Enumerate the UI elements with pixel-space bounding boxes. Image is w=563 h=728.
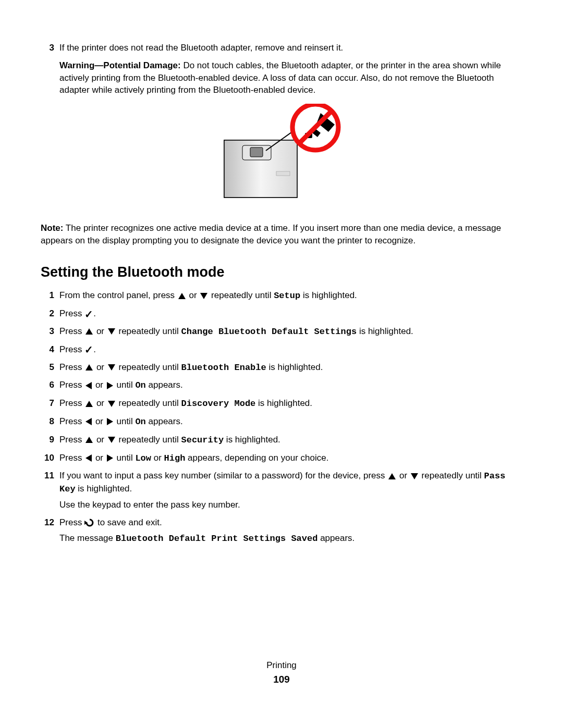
text-fragment: Press <box>59 362 84 372</box>
step-number: 5 <box>41 361 59 374</box>
down-arrow-icon <box>108 328 115 335</box>
text-fragment: is highlighted. <box>255 398 312 408</box>
down-arrow-icon <box>108 437 115 443</box>
step-11-subnote: Use the keypad to enter the pass key num… <box>59 499 522 511</box>
text-fragment: Press <box>59 309 84 318</box>
page-footer: Printing 109 <box>41 659 522 686</box>
step-number: 10 <box>41 452 59 465</box>
step-text: Press or until Low or High appears, depe… <box>59 452 522 465</box>
right-arrow-icon <box>107 382 113 389</box>
step-text: Press or until On appears. <box>59 379 522 392</box>
text-fragment: Press <box>59 416 84 426</box>
step-text: If the printer does not read the Bluetoo… <box>59 42 522 54</box>
warning-block: Warning—Potential Damage: Do not touch c… <box>59 59 522 96</box>
text-fragment: is highlighted. <box>76 484 132 493</box>
text-fragment: repeatedly until <box>419 471 484 480</box>
step-10: 10 Press or until Low or High appears, d… <box>41 452 522 465</box>
up-arrow-icon <box>85 401 93 407</box>
step-number: 7 <box>41 397 59 410</box>
note-label: Note: <box>41 223 63 233</box>
up-arrow-icon <box>85 364 93 371</box>
text-fragment: appears. <box>146 380 183 390</box>
text-fragment: Press <box>59 517 84 527</box>
step-9: 9 Press or repeatedly until Security is … <box>41 434 522 447</box>
text-fragment: is highlighted. <box>300 290 357 300</box>
back-arrow-icon <box>84 519 95 527</box>
text-fragment: or <box>93 453 106 463</box>
down-arrow-icon <box>108 364 115 371</box>
ui-value: Setup <box>274 291 300 301</box>
text-fragment: or <box>93 380 106 390</box>
down-arrow-icon <box>108 401 115 407</box>
step-2: 2 Press ✓. <box>41 307 522 320</box>
step-number: 9 <box>41 434 59 447</box>
step-12: 12 Press to save and exit. The message B… <box>41 516 522 545</box>
ui-value: Discovery Mode <box>181 399 256 409</box>
text-fragment: Press <box>59 380 84 390</box>
down-arrow-icon <box>411 473 418 479</box>
ui-value: High <box>164 453 186 463</box>
step-number: 12 <box>41 516 59 545</box>
text-fragment: . <box>93 344 96 354</box>
text-fragment: repeatedly until <box>116 362 181 372</box>
text-fragment: repeatedly until <box>209 290 274 300</box>
note-text: The printer recognizes one active media … <box>41 223 501 245</box>
step-text: Press ✓. <box>59 343 522 356</box>
step-7: 7 Press or repeatedly until Discovery Mo… <box>41 397 522 410</box>
text-fragment: or <box>93 416 106 426</box>
check-icon: ✓ <box>84 346 93 354</box>
text-fragment: is highlighted. <box>224 435 280 445</box>
footer-page-number: 109 <box>41 673 522 687</box>
text-fragment: Press <box>59 326 84 336</box>
text-fragment: or <box>94 398 107 408</box>
text-fragment: until <box>114 380 136 390</box>
text-fragment: until <box>114 453 136 463</box>
up-arrow-icon <box>85 328 93 335</box>
step-number: 1 <box>41 289 59 302</box>
step-number: 3 <box>41 42 59 54</box>
step-6: 6 Press or until On appears. <box>41 379 522 392</box>
step-number: 6 <box>41 379 59 392</box>
step-text: Press ✓. <box>59 307 522 320</box>
ui-value: On <box>135 417 145 427</box>
intro-step: 3 If the printer does not read the Bluet… <box>41 42 522 54</box>
step-text: If you want to input a pass key number (… <box>59 470 522 511</box>
ui-value: Bluetooth Default Print Settings Saved <box>116 534 318 544</box>
text-fragment: appears, depending on your choice. <box>185 453 328 463</box>
text-fragment: or <box>151 453 164 463</box>
check-icon: ✓ <box>84 310 93 318</box>
step-3: 3 Press or repeatedly until Change Bluet… <box>41 325 522 338</box>
left-arrow-icon <box>85 418 92 425</box>
text-fragment: Press <box>59 398 84 408</box>
step-number: 11 <box>41 470 59 511</box>
text-fragment: Press <box>59 435 84 445</box>
text-fragment: repeatedly until <box>116 435 181 445</box>
text-fragment: or <box>94 326 107 336</box>
text-fragment: is highlighted. <box>357 326 413 336</box>
text-fragment: . <box>93 309 96 318</box>
text-fragment: appears. <box>146 416 183 426</box>
ui-value: Bluetooth Enable <box>181 363 266 373</box>
step-text: Press or repeatedly until Bluetooth Enab… <box>59 361 522 374</box>
svg-rect-4 <box>250 147 263 157</box>
warning-label: Warning—Potential Damage: <box>59 60 181 70</box>
step-4: 4 Press ✓. <box>41 343 522 356</box>
down-arrow-icon <box>200 293 207 299</box>
text-fragment: From the control panel, press <box>59 290 177 300</box>
text-fragment: repeatedly until <box>116 398 181 408</box>
footer-section-name: Printing <box>41 659 522 672</box>
text-fragment: or <box>94 362 107 372</box>
step-text: Press or repeatedly until Security is hi… <box>59 434 522 447</box>
text-fragment: repeatedly until <box>116 326 181 336</box>
printer-illustration-icon <box>214 104 349 208</box>
step-number: 2 <box>41 307 59 320</box>
text-fragment: Press <box>59 453 84 463</box>
section-heading: Setting the Bluetooth mode <box>41 263 522 282</box>
text-fragment: If you want to input a pass key number (… <box>59 471 387 480</box>
left-arrow-icon <box>85 454 92 462</box>
ui-value: Security <box>181 435 224 445</box>
step-11: 11 If you want to input a pass key numbe… <box>41 470 522 511</box>
step-12-message: The message Bluetooth Default Print Sett… <box>59 532 522 545</box>
step-number: 4 <box>41 343 59 356</box>
svg-rect-5 <box>276 171 290 176</box>
